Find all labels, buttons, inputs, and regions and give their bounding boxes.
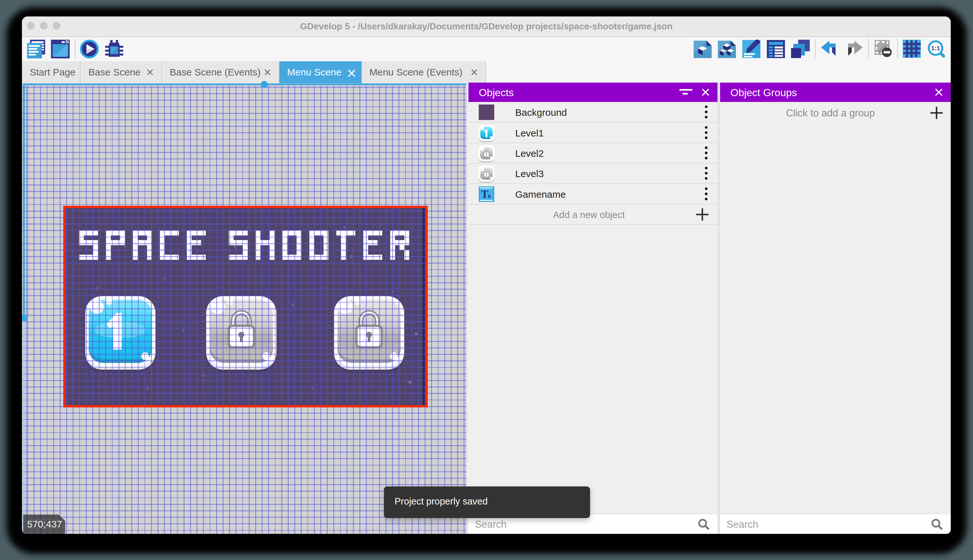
svg-text:1:1: 1:1 [931, 45, 940, 52]
